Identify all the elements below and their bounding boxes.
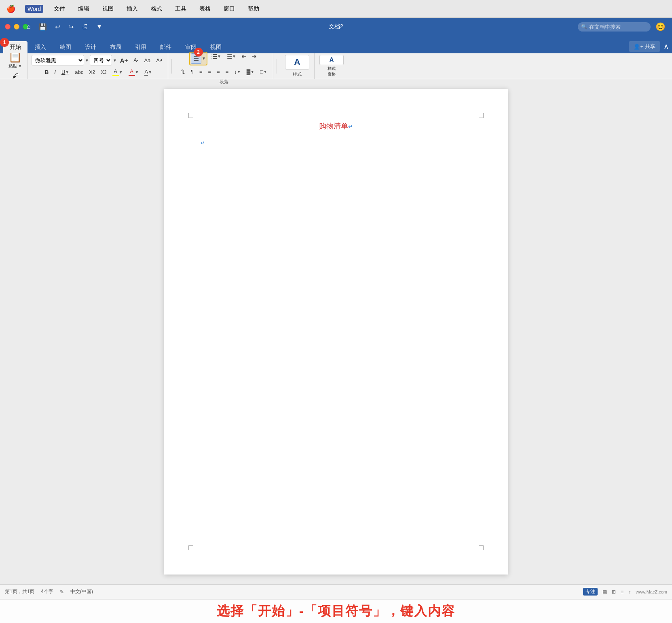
multilevel-arrow[interactable]: ▼ <box>232 54 236 59</box>
menubar-insert[interactable]: 插入 <box>124 4 140 13</box>
menubar-view[interactable]: 视图 <box>100 4 116 13</box>
apple-menu[interactable]: 🍎 <box>6 4 15 13</box>
char-style-arrow[interactable]: ▼ <box>148 70 152 74</box>
corner-mark-bl <box>188 545 193 550</box>
edit-mark[interactable]: ✎ <box>60 589 64 595</box>
line-spacing-arrow[interactable]: ▼ <box>237 69 241 74</box>
titlebar-toolbar: ⌂ 💾 ↩ ↪ 🖨 ▼ <box>24 22 105 32</box>
tab-layout[interactable]: 布局 <box>104 41 128 53</box>
align-right-button[interactable]: ≡ <box>214 67 222 77</box>
sort-button[interactable]: ⇅ <box>178 67 188 77</box>
shading-arrow[interactable]: ▼ <box>250 69 254 74</box>
align-center-button[interactable]: ≡ <box>206 67 214 77</box>
ribbon-tabs: 1 开始 插入 绘图 设计 布局 引用 邮件 审阅 视图 👤+ 共享 ∧ <box>0 36 672 53</box>
bullet-list-arrow[interactable]: ▼ <box>202 56 206 61</box>
customize-icon[interactable]: ▼ <box>94 22 105 31</box>
numbered-list-arrow[interactable]: ▼ <box>217 54 221 59</box>
search-input[interactable] <box>578 22 651 32</box>
line-spacing-button[interactable]: ↕▼ <box>232 67 243 77</box>
view-icon-3[interactable]: ≡ <box>621 589 623 595</box>
tab-draw[interactable]: 绘图 <box>53 41 78 53</box>
bullet-list-highlighted: 2 ☰ ▼ <box>189 52 207 65</box>
cursor-mark: ↵ <box>348 123 353 130</box>
styles-section: A 样式 <box>280 53 315 79</box>
font-color-bar <box>129 75 135 76</box>
highlight-button[interactable]: A ▼ <box>110 67 125 77</box>
font-size-select[interactable]: 四号 <box>90 55 112 65</box>
menubar-table[interactable]: 表格 <box>197 4 213 13</box>
menubar-word[interactable]: Word <box>25 5 43 13</box>
menubar-window[interactable]: 窗口 <box>221 4 237 13</box>
tab-mailings[interactable]: 邮件 <box>154 41 178 53</box>
clear-format-button[interactable]: A ✗ <box>154 55 165 65</box>
shading-button[interactable]: ▓▼ <box>244 67 257 77</box>
share-button[interactable]: 👤+ 共享 <box>629 41 660 52</box>
menubar-file[interactable]: 文件 <box>51 4 68 13</box>
align-left-button[interactable]: ≡ <box>197 67 205 77</box>
tab-insert[interactable]: 插入 <box>28 41 53 53</box>
show-marks-button[interactable]: ¶ <box>188 67 196 77</box>
document-area: 购物清单↵ ↵ <box>0 79 672 584</box>
minimize-button[interactable] <box>14 24 19 29</box>
corner-mark-tr <box>479 113 484 118</box>
indent-more-button[interactable]: ⇥ <box>249 51 259 62</box>
grow-font-button[interactable]: A+ <box>118 55 131 65</box>
styles-preview[interactable]: A <box>285 55 309 69</box>
tab-view[interactable]: 视图 <box>204 41 228 53</box>
home-icon[interactable]: ⌂ <box>24 22 33 31</box>
menubar-edit[interactable]: 编辑 <box>76 4 92 13</box>
tab-references[interactable]: 引用 <box>129 41 153 53</box>
focus-badge[interactable]: 专注 <box>583 588 598 596</box>
language[interactable]: 中文(中国) <box>70 588 93 595</box>
highlight-color-bar <box>112 75 119 76</box>
indent-less-button[interactable]: ⇤ <box>239 51 249 62</box>
borders-button[interactable]: □▼ <box>258 67 270 77</box>
paste-label[interactable]: 粘贴 <box>8 63 17 69</box>
undo-icon[interactable]: ↩ <box>53 22 63 32</box>
underline-arrow[interactable]: ▼ <box>65 70 69 74</box>
statusbar-right: 专注 ▤ ⊞ ≡ ↕ www.MacZ.com <box>583 588 667 596</box>
tab-design[interactable]: 设计 <box>78 41 103 53</box>
tab-home[interactable]: 1 开始 <box>3 41 27 53</box>
shrink-font-button[interactable]: A- <box>131 55 141 65</box>
save-icon[interactable]: 💾 <box>36 22 49 32</box>
document-page[interactable]: 购物清单↵ ↵ <box>164 89 508 575</box>
view-icon-4[interactable]: ↕ <box>628 589 631 595</box>
menubar-format[interactable]: 格式 <box>148 4 165 13</box>
menubar-tools[interactable]: 工具 <box>173 4 189 13</box>
italic-button[interactable]: I <box>52 67 58 77</box>
font-family-arrow[interactable]: ▼ <box>85 58 89 63</box>
underline-button[interactable]: U ▼ <box>59 67 72 77</box>
print-icon[interactable]: 🖨 <box>79 22 91 31</box>
paragraph-section: 2 ☰ ▼ 1 2 3 ▼ ☰▼ ⇤ ⇥ <box>175 53 273 79</box>
font-family-select[interactable]: 微软雅黑 <box>32 55 84 65</box>
paragraph-cursor: ↵ <box>201 139 471 146</box>
paste-dropdown-arrow[interactable]: ▼ <box>18 64 22 68</box>
main-toolbar: 📋 粘贴 ▼ 🖌 微软雅黑 ▼ 四号 ▼ A+ A- Aa A ✗ <box>0 53 672 79</box>
separator1 <box>171 59 172 74</box>
view-icon-2[interactable]: ⊞ <box>612 589 616 595</box>
change-case-button[interactable]: Aa <box>142 55 153 65</box>
share-icon: 👤+ <box>634 44 643 50</box>
strikethrough-button[interactable]: abc <box>72 67 86 77</box>
separator2 <box>277 59 277 74</box>
style-pane-preview[interactable]: A <box>319 55 344 65</box>
bold-button[interactable]: B <box>42 67 51 77</box>
font-color-arrow[interactable]: ▼ <box>135 70 139 74</box>
justify-button[interactable]: ≡ <box>223 67 231 77</box>
close-button[interactable] <box>5 24 11 29</box>
char-style-button[interactable]: A ▼ <box>142 67 154 77</box>
subscript-button[interactable]: X2 <box>87 67 97 77</box>
font-size-arrow[interactable]: ▼ <box>113 58 117 63</box>
collapse-ribbon-button[interactable]: ∧ <box>664 42 669 51</box>
view-icon-1[interactable]: ▤ <box>602 589 607 595</box>
format-painter-button[interactable]: 🖌 <box>11 71 20 81</box>
font-color-button[interactable]: A ▼ <box>126 67 142 77</box>
style-pane-section: A 样式 窗格 <box>316 53 347 79</box>
superscript-button[interactable]: X2 <box>98 67 109 77</box>
user-icon[interactable]: 😊 <box>655 22 666 32</box>
borders-arrow[interactable]: ▼ <box>263 69 267 74</box>
menubar-help[interactable]: 帮助 <box>245 4 262 13</box>
highlight-arrow[interactable]: ▼ <box>119 70 123 74</box>
redo-icon[interactable]: ↪ <box>66 22 76 32</box>
